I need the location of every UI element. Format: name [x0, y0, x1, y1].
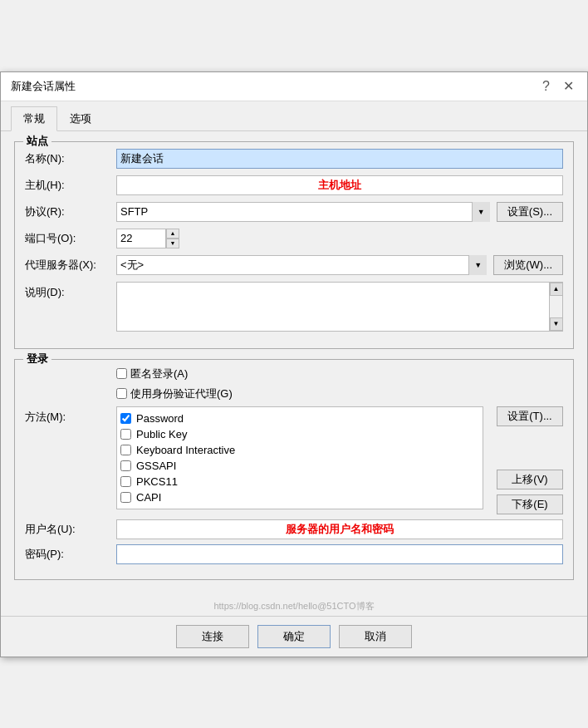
- port-up-btn[interactable]: ▲: [166, 229, 179, 239]
- name-field-wrap: [116, 149, 563, 169]
- host-field-wrap: [116, 175, 563, 195]
- method-checkbox-keyboard[interactable]: [120, 445, 131, 455]
- username-row: 用户名(U):: [25, 519, 563, 539]
- name-label: 名称(N):: [25, 151, 116, 166]
- method-label: 方法(M):: [25, 406, 116, 425]
- help-button[interactable]: ?: [539, 80, 553, 93]
- watermark: https://blog.csdn.net/hello@51CTO博客: [1, 600, 587, 616]
- bottom-bar: 连接 确定 取消: [1, 616, 587, 657]
- protocol-combo-wrap: SFTP FTP SCP WebDAV S3 ▼: [116, 202, 490, 222]
- title-bar: 新建会话属性 ? ✕: [1, 72, 587, 101]
- auth-agent-text: 使用身份验证代理(G): [130, 386, 233, 401]
- port-spinner: ▲ ▼: [116, 229, 179, 248]
- connect-button[interactable]: 连接: [176, 625, 249, 648]
- password-label: 密码(P):: [25, 547, 116, 562]
- host-row: 主机(H):: [25, 175, 563, 195]
- desc-row: 说明(D): ▲ ▼: [25, 282, 563, 332]
- settings-button[interactable]: 设置(S)...: [497, 202, 563, 222]
- username-label: 用户名(U):: [25, 522, 116, 537]
- method-list: Password Public Key Keyboard Interactive: [116, 406, 483, 509]
- cancel-button[interactable]: 取消: [339, 625, 412, 648]
- method-item-keyboard: Keyboard Interactive: [120, 442, 479, 458]
- protocol-select[interactable]: SFTP FTP SCP WebDAV S3: [116, 202, 490, 222]
- password-row: 密码(P):: [25, 544, 563, 564]
- username-field-wrap: [116, 519, 563, 539]
- proxy-select[interactable]: <无>: [116, 255, 487, 275]
- proxy-row: 代理服务器(X): <无> ▼ 浏览(W)...: [25, 255, 563, 275]
- login-group: 登录 匿名登录(A) 使用身份验证代理(G) 方法(M):: [14, 359, 574, 580]
- browse-button[interactable]: 浏览(W)...: [493, 255, 563, 275]
- main-content: 站点 名称(N): 主机(H): 协议(R):: [1, 131, 587, 600]
- method-row: 方法(M): Password Public Key K: [25, 406, 563, 514]
- auth-agent-row: 使用身份验证代理(G): [25, 386, 563, 401]
- desc-label: 说明(D):: [25, 282, 116, 300]
- desc-field-wrap: ▲ ▼: [116, 282, 563, 332]
- scroll-up-arrow[interactable]: ▲: [550, 283, 563, 296]
- method-buttons: 设置(T)... 上移(V) 下移(E): [497, 406, 563, 514]
- host-input[interactable]: [116, 175, 563, 195]
- anon-row: 匿名登录(A): [25, 366, 563, 381]
- desc-scrollbar: ▲ ▼: [549, 283, 562, 331]
- method-checkbox-capi[interactable]: [120, 492, 131, 503]
- method-item-capi: CAPI: [120, 489, 479, 505]
- auth-agent-checkbox[interactable]: [116, 388, 127, 399]
- dialog: 新建会话属性 ? ✕ 常规 选项 站点 名称(N): 主机(H):: [0, 71, 588, 657]
- anon-checkbox[interactable]: [116, 368, 127, 379]
- method-label-password: Password: [136, 412, 184, 425]
- footer: https://blog.csdn.net/hello@51CTO博客 连接 确…: [1, 600, 587, 657]
- auth-agent-label[interactable]: 使用身份验证代理(G): [116, 386, 233, 401]
- method-item-gssapi: GSSAPI: [120, 458, 479, 474]
- proxy-combo-wrap: <无> ▼: [116, 255, 487, 275]
- move-up-button[interactable]: 上移(V): [497, 470, 563, 489]
- close-button[interactable]: ✕: [560, 80, 577, 93]
- method-label-pkcs11: PKCS11: [136, 475, 178, 488]
- tab-bar: 常规 选项: [1, 101, 587, 131]
- host-label: 主机(H):: [25, 178, 116, 193]
- site-group-label: 站点: [23, 134, 51, 149]
- password-field-wrap: [116, 544, 563, 564]
- move-down-button[interactable]: 下移(E): [497, 494, 563, 514]
- method-label-publickey: Public Key: [136, 428, 187, 440]
- port-input[interactable]: [116, 229, 166, 248]
- anon-text: 匿名登录(A): [130, 366, 188, 381]
- tab-options[interactable]: 选项: [57, 106, 104, 131]
- tab-general[interactable]: 常规: [11, 106, 57, 131]
- port-row: 端口号(O): ▲ ▼: [25, 229, 563, 248]
- method-item-publickey: Public Key: [120, 426, 479, 442]
- port-spinner-btns: ▲ ▼: [166, 229, 179, 248]
- method-label-capi: CAPI: [136, 491, 161, 504]
- method-checkbox-pkcs11[interactable]: [120, 476, 131, 487]
- username-input[interactable]: [116, 519, 563, 539]
- protocol-label: 协议(R):: [25, 204, 116, 219]
- port-label: 端口号(O):: [25, 231, 116, 246]
- name-row: 名称(N):: [25, 149, 563, 169]
- desc-textarea[interactable]: [117, 283, 549, 331]
- ok-button[interactable]: 确定: [257, 625, 331, 648]
- method-checkbox-publickey[interactable]: [120, 429, 131, 440]
- protocol-row: 协议(R): SFTP FTP SCP WebDAV S3 ▼ 设置(S)...: [25, 202, 563, 222]
- method-item-password: Password: [120, 411, 479, 426]
- site-group: 站点 名称(N): 主机(H): 协议(R):: [14, 141, 574, 349]
- method-settings-button[interactable]: 设置(T)...: [497, 406, 563, 426]
- anon-label[interactable]: 匿名登录(A): [116, 366, 188, 381]
- title-actions: ? ✕: [539, 80, 577, 93]
- name-input[interactable]: [116, 149, 563, 169]
- method-label-keyboard: Keyboard Interactive: [136, 444, 235, 456]
- scroll-down-arrow[interactable]: ▼: [550, 317, 563, 331]
- port-down-btn[interactable]: ▼: [166, 239, 179, 248]
- desc-textarea-wrap: ▲ ▼: [116, 282, 563, 332]
- method-checkbox-gssapi[interactable]: [120, 460, 131, 471]
- proxy-label: 代理服务器(X):: [25, 258, 116, 273]
- password-input[interactable]: [116, 544, 563, 564]
- method-label-gssapi: GSSAPI: [136, 460, 176, 472]
- method-checkbox-password[interactable]: [120, 413, 131, 424]
- method-item-pkcs11: PKCS11: [120, 474, 479, 489]
- login-group-label: 登录: [23, 352, 51, 366]
- dialog-title: 新建会话属性: [11, 79, 76, 94]
